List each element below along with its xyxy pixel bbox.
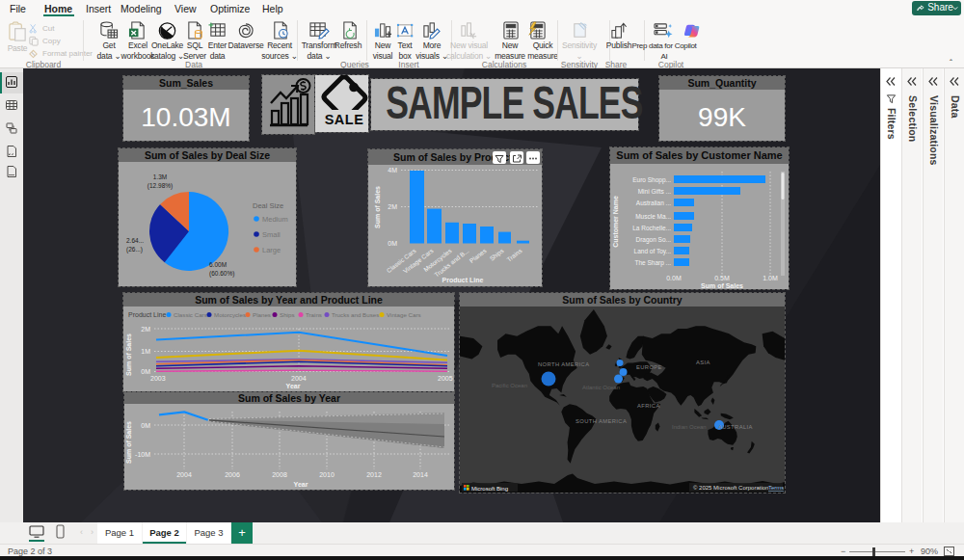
svg-text:2004: 2004 (176, 471, 192, 478)
svg-text:Large: Large (262, 246, 281, 254)
svg-text:0M: 0M (141, 368, 150, 375)
svg-text:Deal Size: Deal Size (253, 201, 283, 210)
svg-text:EUROPE: EUROPE (636, 364, 662, 370)
svg-text:Microsoft Bing: Microsoft Bing (471, 486, 508, 492)
svg-text:Mini Gifts ...: Mini Gifts ... (638, 188, 672, 195)
svg-text:Ships: Ships (488, 247, 505, 263)
svg-text:Year: Year (294, 481, 308, 488)
svg-text:Customer Name: Customer Name (612, 196, 619, 248)
svg-text:Trains: Trains (505, 247, 523, 263)
svg-text:-10M: -10M (135, 451, 150, 458)
svg-text:1.3M: 1.3M (153, 173, 167, 180)
svg-text:ASIA: ASIA (696, 360, 710, 365)
svg-text:The Sharp ...: The Sharp ... (634, 259, 671, 267)
svg-text:Muscle Ma...: Muscle Ma... (635, 213, 671, 220)
svg-text:Small: Small (262, 230, 281, 239)
svg-text:0.5M: 0.5M (714, 275, 730, 281)
svg-text:Sum of Sales: Sum of Sales (125, 333, 132, 376)
svg-text:1.0M: 1.0M (763, 275, 778, 281)
svg-text:1M: 1M (141, 348, 150, 355)
svg-text:2012: 2012 (366, 471, 382, 478)
svg-text:Australian ...: Australian ... (636, 200, 671, 206)
svg-text:Trucks and Buses: Trucks and Buses (332, 311, 379, 318)
svg-text:Sum of Sales: Sum of Sales (374, 186, 381, 228)
svg-text:2008: 2008 (272, 471, 287, 478)
svg-text:Sum of Sales: Sum of Sales (125, 421, 132, 464)
svg-text:Planes: Planes (253, 311, 271, 318)
svg-text:Land of Toy...: Land of Toy... (634, 248, 672, 255)
svg-text:AFRICA: AFRICA (637, 403, 660, 409)
svg-text:Pacific Ocean: Pacific Ocean (492, 383, 527, 388)
svg-text:Trains: Trains (306, 311, 322, 318)
svg-text:2004: 2004 (291, 375, 307, 382)
svg-text:Atlantic Ocean: Atlantic Ocean (582, 385, 620, 390)
svg-text:SOUTH AMERICA: SOUTH AMERICA (576, 418, 627, 424)
svg-text:(26...): (26...) (126, 246, 143, 253)
svg-text:Sum of Sales: Sum of Sales (701, 282, 743, 289)
svg-text:Planes: Planes (469, 247, 489, 264)
svg-text:Motorcycles: Motorcycles (214, 311, 246, 318)
svg-text:Medium: Medium (262, 215, 288, 224)
svg-text:SALE: SALE (325, 112, 364, 127)
svg-text:Ships: Ships (280, 311, 294, 318)
svg-text:Product Line: Product Line (442, 277, 484, 283)
svg-text:© 2025 Microsoft Corporation: © 2025 Microsoft Corporation (693, 485, 768, 491)
svg-text:2.64...: 2.64... (126, 237, 144, 244)
svg-text:6.00M: 6.00M (209, 261, 227, 268)
svg-text:Indian Ocean: Indian Ocean (672, 424, 707, 430)
svg-text:Year: Year (286, 383, 301, 389)
svg-text:0.0M: 0.0M (666, 275, 682, 281)
svg-text:2005: 2005 (438, 375, 453, 382)
svg-text:0M: 0M (141, 422, 150, 429)
svg-text:Terms: Terms (768, 485, 784, 491)
svg-text:2006: 2006 (225, 471, 240, 478)
svg-text:Product Line: Product Line (128, 311, 166, 318)
svg-text:2M: 2M (388, 203, 397, 210)
svg-text:2M: 2M (141, 326, 150, 333)
svg-text:2014: 2014 (413, 471, 428, 478)
svg-text:Vintage Cars: Vintage Cars (387, 311, 421, 318)
svg-text:Dragon So...: Dragon So... (636, 236, 672, 244)
svg-text:(12.98%): (12.98%) (147, 182, 173, 190)
svg-text:Classic Cars: Classic Cars (174, 311, 207, 318)
svg-text:AUSTRALIA: AUSTRALIA (718, 424, 753, 430)
svg-text:La Rochelle...: La Rochelle... (632, 225, 671, 231)
svg-text:2010: 2010 (319, 471, 335, 478)
svg-text:2003: 2003 (150, 375, 166, 382)
svg-text:Euro Shopp...: Euro Shopp... (632, 176, 671, 184)
svg-text:NORTH AMERICA: NORTH AMERICA (538, 361, 589, 367)
svg-text:(60.60%): (60.60%) (209, 270, 234, 278)
svg-text:0M: 0M (388, 240, 397, 247)
svg-text:4M: 4M (388, 167, 397, 173)
